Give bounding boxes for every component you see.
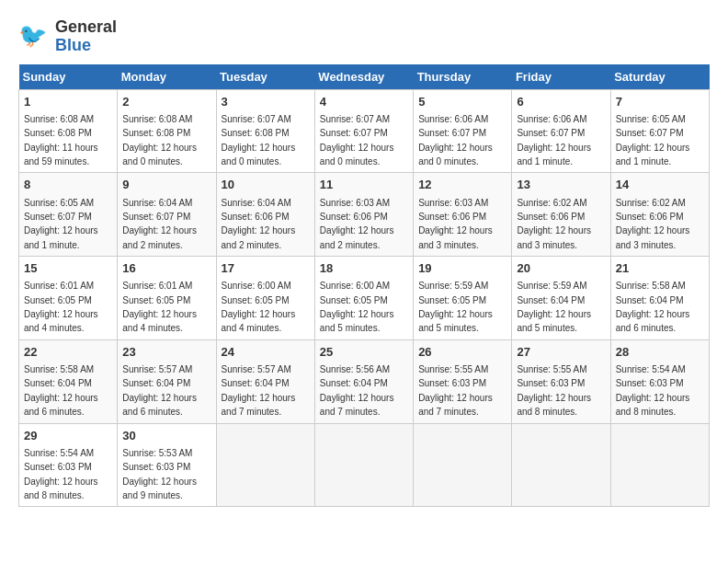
- day-number: 20: [517, 260, 605, 277]
- sunrise-info: Sunrise: 6:07 AM: [222, 114, 291, 124]
- daylight-info: Daylight: 12 hours and 0 minutes.: [320, 143, 394, 167]
- sunrise-info: Sunrise: 5:53 AM: [122, 448, 192, 458]
- svg-text:🐦: 🐦: [18, 21, 48, 50]
- sunset-info: Sunset: 6:05 PM: [418, 295, 486, 305]
- day-number: 1: [24, 94, 112, 110]
- day-number: 13: [517, 177, 605, 193]
- day-number: 27: [517, 344, 605, 361]
- daylight-info: Daylight: 12 hours and 6 minutes.: [122, 393, 197, 417]
- sunrise-info: Sunrise: 6:05 AM: [616, 114, 686, 124]
- calendar-cell: 24 Sunrise: 5:57 AM Sunset: 6:04 PM Dayl…: [216, 339, 314, 423]
- sunset-info: Sunset: 6:04 PM: [517, 295, 585, 305]
- sunset-info: Sunset: 6:04 PM: [616, 295, 684, 305]
- calendar-cell: 4 Sunrise: 6:07 AM Sunset: 6:07 PM Dayli…: [314, 89, 413, 173]
- day-number: 11: [320, 177, 408, 193]
- day-number: 9: [122, 177, 210, 193]
- sunset-info: Sunset: 6:04 PM: [320, 378, 388, 388]
- sunset-info: Sunset: 6:03 PM: [24, 462, 92, 472]
- calendar-cell: 14 Sunrise: 6:02 AM Sunset: 6:06 PM Dayl…: [610, 173, 709, 257]
- header-tuesday: Tuesday: [216, 64, 314, 90]
- sunset-info: Sunset: 6:08 PM: [222, 128, 290, 138]
- sunrise-info: Sunrise: 6:08 AM: [122, 114, 192, 124]
- calendar-cell: 2 Sunrise: 6:08 AM Sunset: 6:08 PM Dayli…: [118, 89, 216, 173]
- sunrise-info: Sunrise: 6:06 AM: [517, 114, 586, 124]
- sunrise-info: Sunrise: 5:59 AM: [418, 281, 488, 291]
- calendar-cell: 18 Sunrise: 6:00 AM Sunset: 6:05 PM Dayl…: [314, 257, 413, 340]
- sunrise-info: Sunrise: 6:05 AM: [24, 198, 94, 208]
- day-number: 19: [418, 260, 506, 277]
- sunrise-info: Sunrise: 5:57 AM: [222, 364, 291, 374]
- day-number: 6: [517, 94, 605, 110]
- sunset-info: Sunset: 6:07 PM: [517, 128, 585, 138]
- daylight-info: Daylight: 12 hours and 3 minutes.: [616, 225, 690, 249]
- daylight-info: Daylight: 12 hours and 8 minutes.: [616, 393, 690, 417]
- sunset-info: Sunset: 6:08 PM: [122, 128, 190, 138]
- daylight-info: Daylight: 12 hours and 5 minutes.: [320, 309, 394, 333]
- calendar-cell: 6 Sunrise: 6:06 AM Sunset: 6:07 PM Dayli…: [512, 89, 610, 173]
- sunrise-info: Sunrise: 6:04 AM: [222, 198, 291, 208]
- sunset-info: Sunset: 6:05 PM: [222, 295, 290, 305]
- sunset-info: Sunset: 6:03 PM: [122, 462, 190, 472]
- day-number: 12: [418, 177, 506, 193]
- daylight-info: Daylight: 12 hours and 3 minutes.: [517, 225, 591, 249]
- calendar-week-row: 22 Sunrise: 5:58 AM Sunset: 6:04 PM Dayl…: [19, 339, 710, 423]
- daylight-info: Daylight: 12 hours and 1 minute.: [24, 225, 98, 249]
- calendar-cell: 26 Sunrise: 5:55 AM Sunset: 6:03 PM Dayl…: [414, 339, 512, 423]
- calendar-cell: 16 Sunrise: 6:01 AM Sunset: 6:05 PM Dayl…: [118, 257, 216, 340]
- sunset-info: Sunset: 6:07 PM: [320, 128, 388, 138]
- calendar-table: Sunday Monday Tuesday Wednesday Thursday…: [18, 64, 710, 508]
- daylight-info: Daylight: 12 hours and 1 minute.: [616, 143, 690, 167]
- day-number: 17: [222, 260, 310, 277]
- daylight-info: Daylight: 12 hours and 0 minutes.: [222, 143, 296, 167]
- sunrise-info: Sunrise: 5:56 AM: [320, 364, 390, 374]
- sunset-info: Sunset: 6:04 PM: [222, 378, 290, 388]
- day-number: 21: [616, 260, 704, 277]
- daylight-info: Daylight: 12 hours and 7 minutes.: [418, 393, 493, 417]
- logo: 🐦 General Blue: [18, 18, 117, 55]
- sunrise-info: Sunrise: 6:03 AM: [320, 198, 390, 208]
- daylight-info: Daylight: 12 hours and 5 minutes.: [418, 309, 493, 333]
- day-number: 4: [320, 94, 408, 110]
- sunrise-info: Sunrise: 6:01 AM: [24, 281, 94, 291]
- sunrise-info: Sunrise: 6:07 AM: [320, 114, 390, 124]
- daylight-info: Daylight: 12 hours and 9 minutes.: [122, 477, 197, 500]
- sunrise-info: Sunrise: 6:00 AM: [222, 281, 291, 291]
- sunset-info: Sunset: 6:08 PM: [24, 128, 92, 138]
- sunset-info: Sunset: 6:07 PM: [122, 212, 190, 222]
- sunset-info: Sunset: 6:07 PM: [418, 128, 486, 138]
- sunset-info: Sunset: 6:07 PM: [24, 212, 92, 222]
- daylight-info: Daylight: 12 hours and 4 minutes.: [222, 309, 296, 333]
- calendar-cell: 5 Sunrise: 6:06 AM Sunset: 6:07 PM Dayli…: [414, 89, 512, 173]
- daylight-info: Daylight: 12 hours and 2 minutes.: [222, 225, 296, 249]
- day-number: 28: [616, 344, 704, 361]
- calendar-week-row: 1 Sunrise: 6:08 AM Sunset: 6:08 PM Dayli…: [19, 89, 710, 173]
- daylight-info: Daylight: 12 hours and 8 minutes.: [24, 477, 98, 500]
- header-friday: Friday: [512, 64, 610, 90]
- calendar-cell: [414, 423, 512, 507]
- sunset-info: Sunset: 6:03 PM: [517, 378, 585, 388]
- daylight-info: Daylight: 12 hours and 0 minutes.: [122, 143, 197, 167]
- weekday-header-row: Sunday Monday Tuesday Wednesday Thursday…: [19, 64, 710, 90]
- calendar-cell: 11 Sunrise: 6:03 AM Sunset: 6:06 PM Dayl…: [314, 173, 413, 257]
- day-number: 8: [24, 177, 112, 193]
- calendar-cell: 12 Sunrise: 6:03 AM Sunset: 6:06 PM Dayl…: [414, 173, 512, 257]
- sunset-info: Sunset: 6:04 PM: [24, 378, 92, 388]
- day-number: 30: [122, 428, 210, 444]
- sunrise-info: Sunrise: 5:57 AM: [122, 364, 192, 374]
- sunrise-info: Sunrise: 5:58 AM: [24, 364, 94, 374]
- calendar-cell: 13 Sunrise: 6:02 AM Sunset: 6:06 PM Dayl…: [512, 173, 610, 257]
- day-number: 2: [122, 94, 210, 110]
- calendar-cell: 7 Sunrise: 6:05 AM Sunset: 6:07 PM Dayli…: [610, 89, 709, 173]
- calendar-week-row: 8 Sunrise: 6:05 AM Sunset: 6:07 PM Dayli…: [19, 173, 710, 257]
- sunrise-info: Sunrise: 5:54 AM: [616, 364, 686, 374]
- sunset-info: Sunset: 6:06 PM: [320, 212, 388, 222]
- daylight-info: Daylight: 12 hours and 6 minutes.: [24, 393, 98, 417]
- header-saturday: Saturday: [610, 64, 709, 90]
- day-number: 24: [222, 344, 310, 361]
- daylight-info: Daylight: 12 hours and 2 minutes.: [122, 225, 197, 249]
- calendar-cell: 19 Sunrise: 5:59 AM Sunset: 6:05 PM Dayl…: [414, 257, 512, 340]
- sunrise-info: Sunrise: 6:02 AM: [616, 198, 686, 208]
- day-number: 29: [24, 428, 112, 444]
- daylight-info: Daylight: 11 hours and 59 minutes.: [24, 143, 98, 167]
- sunrise-info: Sunrise: 5:58 AM: [616, 281, 686, 291]
